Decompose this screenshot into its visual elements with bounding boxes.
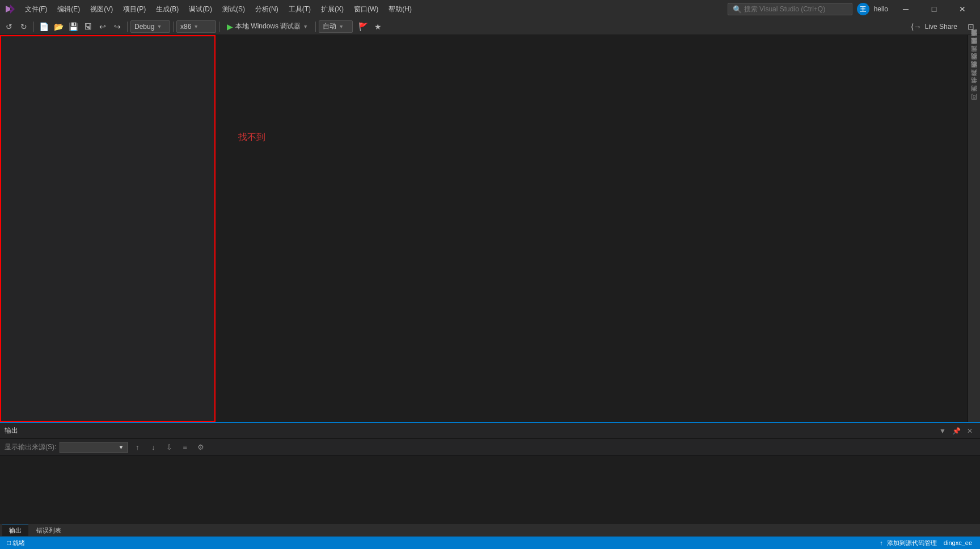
maximize-button[interactable]: □ bbox=[921, 0, 947, 18]
run-config-arrow: ▼ bbox=[339, 24, 344, 29]
sidebar-right-resource-view[interactable]: 资源视图 bbox=[969, 69, 979, 76]
toolbar-extra[interactable]: ⊡ bbox=[964, 20, 978, 33]
menu-tools[interactable]: 工具(T) bbox=[284, 2, 315, 16]
live-share-icon: ⟨→ bbox=[911, 22, 922, 31]
menu-test[interactable]: 测试(S) bbox=[218, 2, 250, 16]
toolbar-open[interactable]: 📂 bbox=[52, 20, 65, 33]
sidebar-right-misc[interactable]: 同 bbox=[969, 101, 979, 108]
output-content bbox=[0, 456, 980, 524]
toolbar-save-all[interactable]: 🖫 bbox=[81, 20, 95, 33]
status-add-source-icon: ↑ bbox=[880, 539, 883, 546]
run-button[interactable]: ▶ 本地 Windows 调试器 ▼ bbox=[222, 20, 312, 33]
platform-dropdown-arrow: ▼ bbox=[193, 24, 198, 29]
toolbar-save[interactable]: 💾 bbox=[66, 20, 80, 33]
toolbar-star[interactable]: ★ bbox=[371, 20, 385, 33]
menu-project[interactable]: 项目(P) bbox=[119, 2, 150, 16]
status-add-source-label: 添加到源代码管理 bbox=[887, 539, 937, 546]
toolbar-new[interactable]: 📄 bbox=[37, 20, 50, 33]
status-ready[interactable]: □ 就绪 bbox=[5, 537, 27, 549]
tab-error-list[interactable]: 错误列表 bbox=[29, 525, 68, 536]
status-text: 就绪 bbox=[12, 539, 25, 547]
output-down2-btn[interactable]: ⇩ bbox=[163, 441, 175, 454]
menu-analyze[interactable]: 分析(N) bbox=[251, 2, 283, 16]
output-controls: ▼ 📌 ✕ bbox=[937, 425, 975, 437]
menu-view[interactable]: 视图(V) bbox=[86, 2, 117, 16]
output-source-arrow: ▼ bbox=[118, 444, 124, 450]
toolbar-flag[interactable]: 🚩 bbox=[356, 20, 370, 33]
menu-debug[interactable]: 调试(D) bbox=[184, 2, 217, 16]
editor-area[interactable]: 找不到 bbox=[216, 35, 968, 422]
close-button[interactable]: ✕ bbox=[949, 0, 975, 18]
menu-file[interactable]: 文件(F) bbox=[20, 2, 52, 16]
menu-window[interactable]: 窗口(W) bbox=[349, 2, 383, 16]
search-box[interactable]: 🔍 bbox=[728, 3, 852, 15]
toolbar-redo2[interactable]: ↪ bbox=[111, 20, 124, 33]
user-avatar: 王 bbox=[857, 3, 869, 15]
toolbar-sep1 bbox=[33, 22, 34, 32]
main-area: 找不到 解决方案资源管理器 团队资源管理器 属性 类视图 资源视图 工具箱 书签… bbox=[0, 35, 980, 422]
status-add-source[interactable]: ↑ 添加到源代码管理 bbox=[876, 539, 940, 547]
live-share-label: Live Share bbox=[925, 23, 957, 31]
live-share-area: ⟨→ Live Share ⊡ bbox=[906, 20, 978, 33]
toolbar-undo2[interactable]: ↩ bbox=[96, 20, 109, 33]
status-bar: □ 就绪 ↑ 添加到源代码管理 dingxc_ee bbox=[0, 537, 980, 549]
tab-output[interactable]: 输出 bbox=[2, 525, 28, 536]
status-icon: □ bbox=[7, 539, 11, 547]
live-share-button[interactable]: ⟨→ Live Share bbox=[906, 21, 962, 32]
output-down-btn[interactable]: ↓ bbox=[147, 441, 159, 454]
sidebar-right-toolbox[interactable]: 工具箱 bbox=[969, 77, 979, 84]
toolbar-undo1[interactable]: ↺ bbox=[2, 20, 16, 33]
output-panel: 输出 ▼ 📌 ✕ 显示输出来源(S): ▼ ↑ ↓ ⇩ ≡ ⚙ bbox=[0, 422, 980, 524]
output-pin-btn[interactable]: 📌 bbox=[951, 425, 962, 437]
toolbar-sep3 bbox=[173, 22, 174, 32]
output-title: 输出 bbox=[5, 426, 18, 436]
config-dropdown-arrow: ▼ bbox=[157, 24, 162, 29]
title-bar: 文件(F) 编辑(E) 视图(V) 项目(P) 生成(B) 调试(D) 测试(S… bbox=[0, 0, 980, 18]
search-icon: 🔍 bbox=[733, 5, 742, 14]
menu-edit[interactable]: 编辑(E) bbox=[53, 2, 85, 16]
output-header: 输出 ▼ 📌 ✕ bbox=[0, 423, 980, 439]
toolbar-sep2 bbox=[127, 22, 128, 32]
not-found-text: 找不到 bbox=[238, 132, 265, 143]
title-right: 王 hello ─ □ ✕ bbox=[857, 0, 975, 18]
toolbar-redo1[interactable]: ↻ bbox=[17, 20, 31, 33]
run-config-dropdown[interactable]: 自动 ▼ bbox=[319, 20, 353, 33]
run-dropdown-arrow: ▼ bbox=[303, 24, 308, 29]
vs-logo bbox=[5, 3, 16, 15]
config-label: Debug bbox=[134, 23, 154, 31]
output-wrap-btn[interactable]: ⚙ bbox=[195, 441, 207, 454]
platform-dropdown[interactable]: x86 ▼ bbox=[176, 20, 216, 33]
menu-help[interactable]: 帮助(H) bbox=[384, 2, 416, 16]
username-label: hello bbox=[872, 5, 890, 13]
sidebar-right-class-view[interactable]: 类视图 bbox=[969, 61, 979, 68]
sidebar-right-properties[interactable]: 属性 bbox=[969, 53, 979, 60]
output-source-label: 显示输出来源(S): bbox=[5, 442, 56, 452]
menu-build[interactable]: 生成(B) bbox=[151, 2, 183, 16]
output-close-btn[interactable]: ✕ bbox=[964, 425, 975, 437]
output-up-btn[interactable]: ↑ bbox=[131, 441, 143, 454]
output-clear-btn[interactable]: ≡ bbox=[179, 441, 191, 454]
status-right: ↑ 添加到源代码管理 dingxc_ee bbox=[876, 539, 975, 547]
output-toolbar: 显示输出来源(S): ▼ ↑ ↓ ⇩ ≡ ⚙ bbox=[0, 439, 980, 456]
output-source-dropdown[interactable]: ▼ bbox=[60, 442, 128, 453]
sidebar-right-call[interactable]: 调用 bbox=[969, 93, 979, 100]
run-label: 本地 Windows 调试器 bbox=[235, 22, 301, 31]
left-panel bbox=[0, 35, 216, 422]
toolbar-sep5 bbox=[315, 22, 316, 32]
minimize-button[interactable]: ─ bbox=[893, 0, 919, 18]
sidebar-right-team-explorer[interactable]: 团队资源管理器 bbox=[969, 45, 979, 52]
status-user-right[interactable]: dingxc_ee bbox=[940, 539, 975, 546]
bottom-tabs: 输出 错误列表 bbox=[0, 524, 980, 537]
toolbar-sep4 bbox=[219, 22, 219, 32]
search-input[interactable] bbox=[744, 5, 847, 13]
run-arrow-icon: ▶ bbox=[227, 22, 233, 31]
menu-extensions[interactable]: 扩展(X) bbox=[316, 2, 348, 16]
sidebar-right-solution-explorer[interactable]: 解决方案资源管理器 bbox=[969, 37, 979, 44]
menu-bar: 文件(F) 编辑(E) 视图(V) 项目(P) 生成(B) 调试(D) 测试(S… bbox=[20, 2, 723, 16]
toolbar: ↺ ↻ 📄 📂 💾 🖫 ↩ ↪ Debug ▼ x86 ▼ ▶ 本地 Windo… bbox=[0, 18, 980, 35]
sidebar-right-bookmarks[interactable]: 书签 bbox=[969, 85, 979, 92]
platform-label: x86 bbox=[180, 23, 191, 31]
config-dropdown[interactable]: Debug ▼ bbox=[130, 20, 170, 33]
output-dropdown-btn[interactable]: ▼ bbox=[937, 425, 948, 437]
right-sidebar: 解决方案资源管理器 团队资源管理器 属性 类视图 资源视图 工具箱 书签 调用 … bbox=[968, 35, 980, 422]
